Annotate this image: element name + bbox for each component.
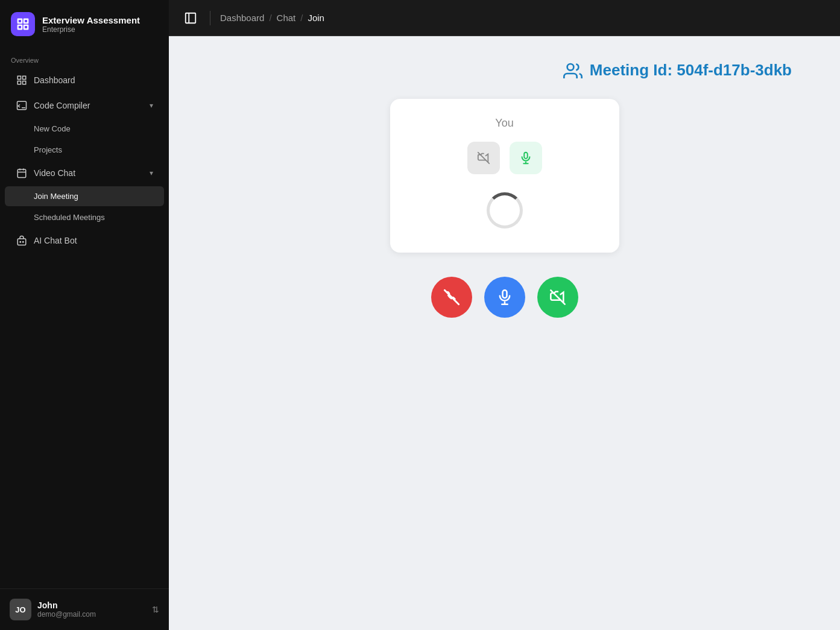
svg-rect-4 (17, 76, 21, 79)
svg-point-16 (23, 242, 24, 243)
sidebar-item-new-code[interactable]: New Code (5, 119, 164, 139)
topbar: Dashboard / Chat / Join (169, 0, 840, 36)
app-plan: Enterprise (42, 25, 140, 34)
meeting-id-text: Meeting Id: 504f-d17b-3dkb (590, 61, 792, 80)
expand-icon: ⇅ (152, 605, 159, 614)
sidebar-item-ai-chat-bot[interactable]: AI Chat Bot (5, 228, 164, 253)
action-buttons (431, 277, 578, 318)
new-code-label: New Code (34, 124, 71, 133)
layout-toggle-button[interactable] (181, 8, 200, 28)
avatar: JO (10, 599, 31, 620)
bot-icon (16, 235, 28, 247)
sidebar-item-code-compiler[interactable]: Code Compiler ▾ (5, 93, 164, 118)
meeting-id-row: Meeting Id: 504f-d17b-3dkb (563, 60, 792, 81)
projects-label: Projects (34, 145, 62, 154)
user-info: John demo@gmail.com (37, 600, 96, 619)
calendar-icon (16, 167, 28, 179)
camera-off-button[interactable] (467, 142, 500, 174)
svg-rect-17 (186, 13, 196, 23)
content-area: Meeting Id: 504f-d17b-3dkb You (169, 36, 840, 630)
sidebar-item-dashboard[interactable]: Dashboard (5, 68, 164, 92)
users-icon (563, 60, 583, 81)
sidebar-item-scheduled-meetings[interactable]: Scheduled Meetings (5, 207, 164, 227)
user-email: demo@gmail.com (37, 610, 96, 619)
svg-rect-3 (24, 25, 28, 29)
video-preview-card: You (390, 99, 619, 253)
chevron-down-icon: ▾ (150, 169, 153, 177)
cam-button[interactable] (537, 277, 578, 318)
svg-rect-1 (24, 19, 28, 23)
dashboard-label: Dashboard (34, 75, 75, 85)
loading-spinner (481, 186, 529, 235)
breadcrumb-sep-2: / (300, 13, 303, 23)
sidebar: Exterview Assessment Enterprise Overview… (0, 0, 169, 630)
breadcrumb-chat[interactable]: Chat (277, 13, 296, 23)
grid-icon (16, 74, 28, 86)
spinner-animation (487, 192, 523, 228)
main-area: Dashboard / Chat / Join Meeting Id: 504f… (169, 0, 840, 630)
chevron-down-icon: ▾ (150, 101, 153, 110)
ai-chat-bot-label: AI Chat Bot (34, 236, 77, 245)
user-profile[interactable]: JO John demo@gmail.com ⇅ (0, 588, 169, 630)
scheduled-meetings-label: Scheduled Meetings (34, 213, 105, 222)
svg-rect-21 (524, 152, 528, 158)
join-meeting-label: Join Meeting (34, 192, 78, 201)
svg-rect-5 (23, 76, 26, 79)
you-label: You (495, 117, 513, 130)
video-chat-label: Video Chat (34, 168, 75, 178)
terminal-icon (16, 99, 28, 112)
sidebar-item-video-chat[interactable]: Video Chat ▾ (5, 161, 164, 185)
app-logo (11, 12, 35, 36)
video-controls (467, 142, 542, 174)
overview-label: Overview (0, 48, 169, 68)
svg-point-15 (20, 242, 21, 243)
mic-button[interactable] (484, 277, 525, 318)
breadcrumb: Dashboard / Chat / Join (220, 13, 324, 23)
svg-point-19 (567, 64, 574, 71)
topbar-divider (210, 11, 210, 25)
hangup-button[interactable] (431, 277, 472, 318)
user-name: John (37, 600, 96, 610)
app-name: Exterview Assessment (42, 15, 140, 25)
microphone-on-button[interactable] (510, 142, 542, 174)
svg-rect-2 (18, 25, 22, 29)
code-compiler-label: Code Compiler (34, 101, 90, 110)
sidebar-header: Exterview Assessment Enterprise (0, 0, 169, 48)
svg-rect-6 (17, 81, 21, 84)
svg-rect-14 (17, 239, 26, 245)
breadcrumb-dashboard[interactable]: Dashboard (220, 13, 264, 23)
svg-rect-7 (23, 81, 26, 84)
svg-rect-25 (502, 290, 507, 298)
svg-rect-10 (17, 169, 26, 178)
breadcrumb-current: Join (308, 13, 324, 23)
breadcrumb-sep-1: / (269, 13, 271, 23)
sidebar-item-join-meeting[interactable]: Join Meeting (5, 186, 164, 206)
app-info: Exterview Assessment Enterprise (42, 15, 140, 34)
sidebar-item-projects[interactable]: Projects (5, 140, 164, 160)
svg-rect-0 (18, 19, 22, 23)
